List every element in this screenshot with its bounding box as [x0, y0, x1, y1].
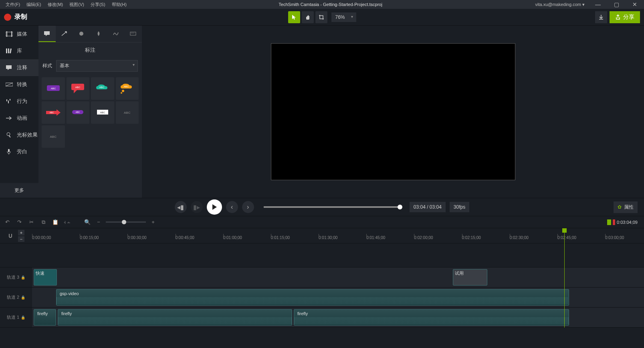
- speech-bubble-icon: ABC: [70, 83, 86, 94]
- slider-handle[interactable]: [122, 220, 126, 224]
- seek-handle[interactable]: [398, 205, 402, 209]
- next-frame-button[interactable]: ▮▸: [191, 201, 203, 213]
- track-3-content[interactable]: 快速 试用: [32, 268, 644, 287]
- next-clip-button[interactable]: ›: [242, 201, 254, 213]
- cursor-icon: [291, 14, 297, 20]
- tab-sketch[interactable]: [107, 26, 125, 42]
- menu-help[interactable]: 帮助(H): [109, 0, 130, 9]
- ruler-tick: 0:00:15;00: [80, 235, 99, 240]
- track-1-label[interactable]: 轨道 1 🔒: [0, 308, 32, 327]
- svg-point-14: [79, 32, 83, 36]
- callout-thumb-4[interactable]: ABC: [116, 77, 139, 100]
- svg-text:ABC: ABC: [50, 111, 54, 114]
- select-tool[interactable]: [288, 11, 300, 23]
- zoom-fit-button[interactable]: 🔍: [83, 219, 91, 225]
- tab-keystroke[interactable]: [125, 26, 142, 42]
- prev-clip-button[interactable]: ‹: [226, 201, 238, 213]
- panel-title: 标注: [38, 42, 142, 58]
- crop-tool[interactable]: [315, 11, 327, 23]
- clip-t1-2[interactable]: firefly: [58, 309, 292, 326]
- menu-view[interactable]: 视图(V): [66, 0, 87, 9]
- split-button[interactable]: ⫞⫠: [63, 219, 71, 225]
- close-button[interactable]: ✕: [626, 1, 644, 8]
- nav-cursor-effects[interactable]: 光标效果: [0, 127, 38, 143]
- clip-t3-1[interactable]: 快速: [34, 269, 57, 286]
- zoom-out-button[interactable]: −: [95, 219, 103, 225]
- track-2-label[interactable]: 轨道 2 🔒: [0, 288, 32, 307]
- menu-share[interactable]: 分享(S): [87, 0, 109, 9]
- prev-frame-button[interactable]: ◂▮: [175, 201, 187, 213]
- menu-file[interactable]: 文件(F): [2, 0, 23, 9]
- timeline-ruler[interactable]: 0:00:00;000:00:15;000:00:30;000:00:45;00…: [32, 228, 644, 243]
- undo-button[interactable]: ↶: [3, 219, 11, 225]
- svg-point-25: [121, 92, 122, 94]
- nav-narration[interactable]: 旁白: [0, 143, 38, 160]
- callout-thumb-5[interactable]: ABC: [42, 101, 65, 124]
- tab-arrows[interactable]: [56, 26, 73, 42]
- nav-annotations[interactable]: 注释: [0, 59, 38, 76]
- timeline-zoom-slider[interactable]: [106, 221, 146, 223]
- clip-t3-2[interactable]: 试用: [453, 269, 487, 286]
- keyboard-icon: [130, 31, 137, 36]
- menu-edit[interactable]: 编辑(E): [23, 0, 44, 9]
- nav-behaviors[interactable]: 行为: [0, 93, 38, 110]
- nav-more[interactable]: 更多: [0, 183, 38, 198]
- cloud-icon: ABC: [94, 83, 111, 94]
- nav-transitions[interactable]: 转换: [0, 76, 38, 93]
- callout-icon: [44, 31, 51, 36]
- style-select[interactable]: 基本: [56, 60, 138, 72]
- svg-rect-16: [131, 33, 132, 33]
- seek-bar[interactable]: [264, 206, 400, 208]
- tab-blur[interactable]: [90, 26, 107, 42]
- track-1-content[interactable]: firefly firefly firefly: [32, 308, 644, 327]
- cursor-fx-icon: [6, 132, 13, 138]
- canvas[interactable]: [271, 43, 515, 180]
- callout-thumb-7[interactable]: ABC: [91, 101, 114, 124]
- redo-button[interactable]: ↷: [15, 219, 23, 225]
- style-row: 样式 基本: [38, 58, 142, 74]
- user-account[interactable]: vita.xu@makeding.com ▾: [531, 2, 589, 7]
- callout-thumb-3[interactable]: ABC: [91, 77, 114, 100]
- record-button[interactable]: 录制: [4, 13, 27, 21]
- svg-point-24: [122, 90, 124, 92]
- maximize-button[interactable]: ▢: [607, 1, 626, 8]
- track-3-label[interactable]: 轨道 3 🔒: [0, 268, 32, 287]
- remove-track-button[interactable]: −: [18, 236, 24, 242]
- pan-tool[interactable]: [301, 11, 313, 23]
- tab-shapes[interactable]: [73, 26, 90, 42]
- magnet-icon[interactable]: [8, 233, 13, 239]
- clip-t2-1[interactable]: gsp-video: [56, 289, 569, 306]
- callout-thumb-2[interactable]: ABC: [67, 77, 90, 100]
- download-button[interactable]: [595, 11, 607, 23]
- callout-thumb-9[interactable]: ABC: [42, 125, 65, 148]
- record-label: 录制: [14, 13, 27, 21]
- callout-thumb-8[interactable]: ABC: [116, 101, 139, 124]
- play-button[interactable]: [207, 199, 222, 215]
- marker-red-icon: [613, 219, 615, 225]
- menu-modify[interactable]: 修改(M): [44, 0, 67, 9]
- svg-rect-1: [6, 31, 7, 37]
- cut-button[interactable]: ✂: [27, 219, 35, 225]
- track-2-content[interactable]: gsp-video: [32, 288, 644, 307]
- callout-thumb-6[interactable]: ABC: [67, 101, 90, 124]
- properties-button[interactable]: ✿ 属性: [614, 201, 638, 213]
- tab-callouts[interactable]: [38, 26, 56, 42]
- paste-button[interactable]: 📋: [51, 219, 59, 225]
- copy-button[interactable]: ⧉: [39, 219, 47, 225]
- add-track-button[interactable]: +: [18, 230, 24, 235]
- canvas-zoom-select[interactable]: 76%: [331, 12, 356, 22]
- playhead[interactable]: [564, 228, 565, 328]
- svg-text:ABC: ABC: [99, 86, 105, 89]
- minimize-button[interactable]: —: [589, 1, 607, 8]
- clip-t1-3[interactable]: firefly: [294, 309, 569, 326]
- waveform-icon: [294, 317, 569, 324]
- nav-media[interactable]: 媒体: [0, 26, 38, 42]
- zoom-in-button[interactable]: +: [149, 219, 157, 225]
- share-button[interactable]: 分享: [610, 11, 640, 23]
- nav-animations[interactable]: 动画: [0, 110, 38, 127]
- nav-library[interactable]: 库: [0, 42, 38, 59]
- callout-thumb-1[interactable]: ABC: [42, 77, 65, 100]
- clip-t1-1[interactable]: firefly: [34, 309, 56, 326]
- svg-rect-6: [6, 65, 12, 69]
- track-1: 轨道 1 🔒 firefly firefly firefly: [0, 308, 644, 328]
